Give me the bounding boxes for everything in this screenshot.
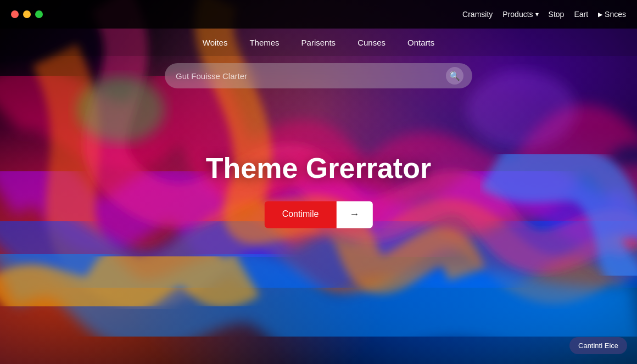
nav-products[interactable]: Products xyxy=(502,10,538,19)
secondary-nav: Woites Themes Parisents Cunses Ontarts xyxy=(0,29,637,56)
nav-cramsity[interactable]: Cramsity xyxy=(462,10,493,19)
nav-right: Cramsity Products Stop Eart Snces xyxy=(462,10,626,19)
nav-snces[interactable]: Snces xyxy=(598,10,626,19)
nav-themes[interactable]: Themes xyxy=(249,38,279,47)
hero-title: Theme Grerrator xyxy=(206,152,431,184)
cta-primary-button[interactable]: Contimile xyxy=(265,201,337,228)
search-bar: 🔍 xyxy=(165,63,472,88)
window-chrome: Cramsity Products Stop Eart Snces xyxy=(0,0,637,29)
hero-content: Theme Grerrator Contimile → xyxy=(206,152,431,228)
hero-buttons: Contimile → xyxy=(206,201,431,228)
cta-arrow-button[interactable]: → xyxy=(336,201,372,228)
nav-eart[interactable]: Eart xyxy=(574,10,588,19)
nav-cunses[interactable]: Cunses xyxy=(357,38,385,47)
nav-parisents[interactable]: Parisents xyxy=(301,38,336,47)
minimize-button[interactable] xyxy=(23,10,31,18)
floating-action-button[interactable]: Cantinti Eice xyxy=(569,337,627,354)
close-button[interactable] xyxy=(11,10,19,18)
svg-point-2 xyxy=(467,71,577,148)
search-button[interactable]: 🔍 xyxy=(446,67,463,85)
search-icon: 🔍 xyxy=(449,71,460,81)
search-input[interactable] xyxy=(176,71,446,81)
nav-stop[interactable]: Stop xyxy=(549,10,565,19)
nav-ontarts[interactable]: Ontarts xyxy=(407,38,434,47)
nav-woites[interactable]: Woites xyxy=(203,38,228,47)
maximize-button[interactable] xyxy=(35,10,43,18)
search-container: 🔍 xyxy=(165,63,472,88)
traffic-lights xyxy=(11,10,43,18)
svg-point-0 xyxy=(77,77,165,143)
